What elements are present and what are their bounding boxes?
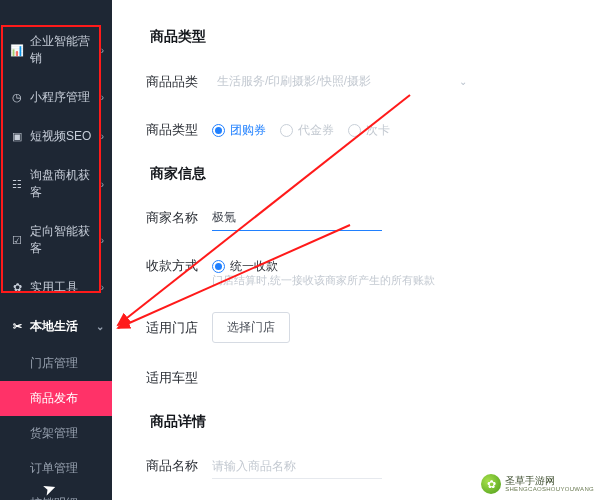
radio-unified-payment[interactable]: 统一收款 [212, 258, 278, 275]
label-applicable-store: 适用门店 [122, 319, 212, 337]
radio-dot-icon [212, 260, 225, 273]
nav-label: 实用工具 [30, 279, 101, 296]
label-product-name: 商品名称 [122, 457, 212, 475]
input-merchant-name[interactable] [212, 206, 382, 231]
main-content: 商品类型 商品品类 生活服务/印刷摄影/快照/摄影 ⌄ 商品类型 团购券 [112, 0, 602, 500]
scissors-icon: ✂ [10, 320, 24, 333]
chevron-down-icon: ⌄ [96, 321, 104, 332]
watermark-sub: SHENGCAOSHOUYOUWANG [505, 486, 594, 492]
radio-dot-icon [212, 124, 225, 137]
clock-icon: ◷ [10, 91, 24, 104]
radio-timescard[interactable]: 次卡 [348, 122, 390, 139]
section-product-type: 商品类型 商品品类 生活服务/印刷摄影/快照/摄影 ⌄ 商品类型 团购券 [122, 28, 572, 143]
chevron-right-icon: › [101, 282, 104, 293]
check-icon: ☑ [10, 234, 24, 247]
chevron-right-icon: › [101, 92, 104, 103]
select-placeholder: 生活服务/印刷摄影/快照/摄影 [217, 73, 459, 90]
nav-utilities[interactable]: ✿ 实用工具 › [0, 268, 112, 307]
select-store-button[interactable]: 选择门店 [212, 312, 290, 343]
section-title: 商品详情 [150, 413, 572, 431]
radio-label: 代金券 [298, 122, 334, 139]
label-product-type: 商品类型 [122, 121, 212, 139]
chevron-down-icon: ⌄ [459, 76, 467, 87]
watermark-name: 圣草手游网 [505, 476, 594, 486]
section-merchant-info: 商家信息 商家名称 收款方式 统一收款 门店结算时,统一接收该商家所产生的所有账… [122, 165, 572, 391]
chevron-right-icon: › [101, 45, 104, 56]
grid-icon: ▣ [10, 130, 24, 143]
nav-local-life[interactable]: ✂ 本地生活 ⌄ [0, 307, 112, 346]
label-merchant-name: 商家名称 [122, 209, 212, 227]
input-product-name[interactable] [212, 454, 382, 479]
radio-label: 次卡 [366, 122, 390, 139]
subnav-writeoff-detail[interactable]: 核销明细 [0, 486, 112, 500]
flower-icon: ✿ [10, 281, 24, 294]
nav-enterprise-marketing[interactable]: 📊 企业智能营销 › [0, 22, 112, 78]
section-title: 商品类型 [150, 28, 572, 46]
nav-label: 短视频SEO [30, 128, 101, 145]
nav-miniprogram[interactable]: ◷ 小程序管理 › [0, 78, 112, 117]
radio-voucher[interactable]: 代金券 [280, 122, 334, 139]
nav-shortvideo-seo[interactable]: ▣ 短视频SEO › [0, 117, 112, 156]
bar-chart-icon: 📊 [10, 44, 24, 57]
radio-dot-icon [348, 124, 361, 137]
sidebar: 📊 企业智能营销 › ◷ 小程序管理 › ▣ 短视频SEO › ☷ 询盘商机获客… [0, 0, 112, 500]
nav-label: 定向智能获客 [30, 223, 101, 257]
radio-label: 统一收款 [230, 258, 278, 275]
subnav-product-publish[interactable]: 商品发布 [0, 381, 112, 416]
nav-label: 企业智能营销 [30, 33, 101, 67]
nav-label: 询盘商机获客 [30, 167, 101, 201]
chevron-right-icon: › [101, 235, 104, 246]
section-title: 商家信息 [150, 165, 572, 183]
nav-label: 本地生活 [30, 318, 96, 335]
select-product-category[interactable]: 生活服务/印刷摄影/快照/摄影 ⌄ [212, 68, 472, 95]
leaf-icon: ✿ [481, 474, 501, 494]
list-icon: ☷ [10, 178, 24, 191]
subnav-shelf-mgmt[interactable]: 货架管理 [0, 416, 112, 451]
chevron-right-icon: › [101, 179, 104, 190]
nav-label: 小程序管理 [30, 89, 101, 106]
subnav-store-mgmt[interactable]: 门店管理 [0, 346, 112, 381]
nav-targeted-leads[interactable]: ☑ 定向智能获客 › [0, 212, 112, 268]
radio-label: 团购券 [230, 122, 266, 139]
subnav-order-mgmt[interactable]: 订单管理 [0, 451, 112, 486]
label-payment-method: 收款方式 [122, 257, 212, 275]
radio-dot-icon [280, 124, 293, 137]
chevron-right-icon: › [101, 131, 104, 142]
label-applicable-vehicle: 适用车型 [122, 369, 212, 387]
label-product-category: 商品品类 [122, 73, 212, 91]
section-product-detail: 商品详情 商品名称 [122, 413, 572, 479]
nav-inquiry-leads[interactable]: ☷ 询盘商机获客 › [0, 156, 112, 212]
radio-groupbuy[interactable]: 团购券 [212, 122, 266, 139]
watermark: ✿ 圣草手游网 SHENGCAOSHOUYOUWANG [477, 472, 598, 496]
payment-hint: 门店结算时,统一接收该商家所产生的所有账款 [212, 273, 572, 288]
